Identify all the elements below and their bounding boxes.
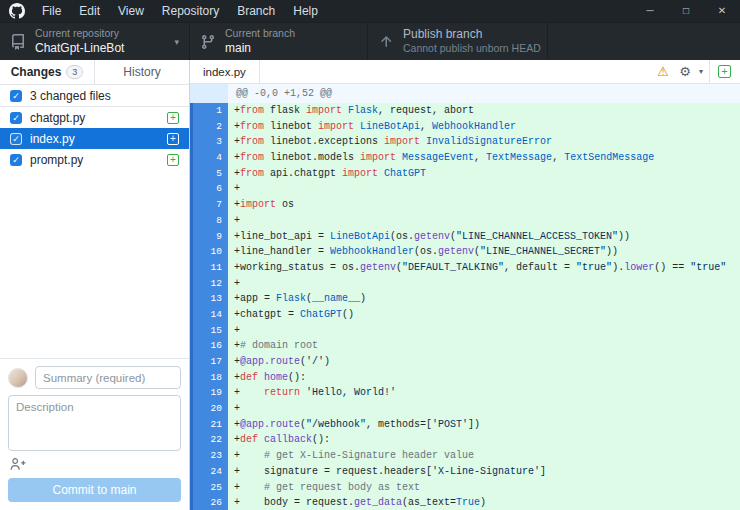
diff-line: 8+ <box>190 213 740 229</box>
diff-lines: 1+from flask import Flask, request, abor… <box>190 103 740 510</box>
app-window: FileEditViewRepositoryBranchHelp ─□✕ Cur… <box>0 0 740 510</box>
hunk-header: @@ -0,0 +1,52 @@ <box>190 84 740 103</box>
commit-summary-input[interactable] <box>35 366 181 389</box>
diff-line: 24+ signature = request.headers['X-Line-… <box>190 464 740 480</box>
menu-view[interactable]: View <box>109 0 153 22</box>
tab-changes-label: Changes <box>11 65 62 79</box>
minimize-button[interactable]: ─ <box>632 0 668 22</box>
branch-icon <box>200 34 216 50</box>
sidebar-tabs: Changes 3 History <box>0 60 189 85</box>
menu-edit[interactable]: Edit <box>70 0 109 22</box>
line-number-gutter[interactable]: 21 <box>190 417 228 433</box>
diff-line-code: +def home(): <box>228 370 740 386</box>
file-row-index.py[interactable]: ✓index.py+ <box>0 128 189 149</box>
line-number-gutter[interactable]: 11 <box>190 260 228 276</box>
diff-line: 10+line_handler = WebhookHandler(os.gete… <box>190 244 740 260</box>
diff-line: 23+ # get X-Line-Signature header value <box>190 448 740 464</box>
file-checkbox[interactable]: ✓ <box>10 112 22 124</box>
diff-line: 16+# domain root <box>190 338 740 354</box>
file-checkbox[interactable]: ✓ <box>10 154 22 166</box>
diff-line: 15+ <box>190 323 740 339</box>
diff-line: 11+working_status = os.getenv("DEFAULT_T… <box>190 260 740 276</box>
file-checkbox[interactable]: ✓ <box>10 133 22 145</box>
sidebar: Changes 3 History ✓ 3 changed files ✓cha… <box>0 60 190 510</box>
diff-line: 20+ <box>190 401 740 417</box>
line-number-gutter[interactable]: 2 <box>190 119 228 135</box>
changed-files-summary: 3 changed files <box>30 89 111 103</box>
line-number-gutter[interactable]: 12 <box>190 276 228 292</box>
menu-help[interactable]: Help <box>284 0 327 22</box>
line-number-gutter[interactable]: 25 <box>190 480 228 496</box>
add-coauthor-icon[interactable] <box>10 457 26 471</box>
repo-label: Current repository <box>35 27 124 41</box>
current-repository-button[interactable]: Current repository ChatGpt-LineBot ▾ <box>0 23 190 60</box>
commit-to-main-button[interactable]: Commit to main <box>8 478 181 502</box>
publish-label: Publish branch <box>403 27 537 43</box>
line-number-gutter[interactable]: 23 <box>190 448 228 464</box>
diff-line-code: + return 'Hello, World!' <box>228 385 740 401</box>
file-tab-bar: index.py ⚠ ⚙ ▾ + <box>190 60 740 84</box>
line-number-gutter[interactable]: 9 <box>190 229 228 245</box>
diff-line-code: +@app.route("/webhook", methods=['POST']… <box>228 417 740 433</box>
diff-line-code: + signature = request.headers['X-Line-Si… <box>228 464 740 480</box>
diff-line-code: + <box>228 213 740 229</box>
line-number-gutter[interactable]: 3 <box>190 134 228 150</box>
title-bar: FileEditViewRepositoryBranchHelp ─□✕ <box>0 0 740 23</box>
window-controls: ─□✕ <box>632 0 740 22</box>
chevron-down-icon: ▾ <box>168 37 179 47</box>
line-number-gutter[interactable]: 19 <box>190 385 228 401</box>
diff-line-code: + <box>228 181 740 197</box>
diff-line-code: + # get request body as text <box>228 480 740 496</box>
diff-line: 18+def home(): <box>190 370 740 386</box>
diff-view: @@ -0,0 +1,52 @@ 1+from flask import Fla… <box>190 84 740 510</box>
changes-count-badge: 3 <box>66 65 83 79</box>
diff-line: 6+ <box>190 181 740 197</box>
current-branch-button[interactable]: Current branch main <box>190 23 368 60</box>
maximize-button[interactable]: □ <box>668 0 704 22</box>
line-number-gutter[interactable]: 13 <box>190 291 228 307</box>
line-number-gutter[interactable]: 24 <box>190 464 228 480</box>
line-number-gutter[interactable]: 17 <box>190 354 228 370</box>
diff-line-code: + <box>228 323 740 339</box>
file-added-icon: + <box>167 112 179 124</box>
github-logo-icon <box>9 3 25 19</box>
publish-arrow-icon <box>378 34 394 50</box>
file-row-chatgpt.py[interactable]: ✓chatgpt.py+ <box>0 107 189 128</box>
file-added-icon: + <box>167 133 179 145</box>
tab-history-label: History <box>123 65 160 79</box>
line-number-gutter[interactable]: 10 <box>190 244 228 260</box>
line-number-gutter[interactable]: 16 <box>190 338 228 354</box>
tab-history[interactable]: History <box>95 60 189 84</box>
line-number-gutter[interactable]: 8 <box>190 213 228 229</box>
menu-file[interactable]: File <box>33 0 70 22</box>
line-number-gutter[interactable]: 15 <box>190 323 228 339</box>
line-number-gutter[interactable]: 4 <box>190 150 228 166</box>
line-number-gutter[interactable]: 14 <box>190 307 228 323</box>
diff-line-code: +from api.chatgpt import ChatGPT <box>228 166 740 182</box>
line-number-gutter[interactable]: 18 <box>190 370 228 386</box>
gear-chevron-icon[interactable]: ▾ <box>696 67 706 76</box>
publish-branch-button[interactable]: Publish branch Cannot publish unborn HEA… <box>368 23 548 60</box>
line-number-gutter[interactable]: 5 <box>190 166 228 182</box>
line-number-gutter[interactable]: 22 <box>190 432 228 448</box>
diff-line: 1+from flask import Flask, request, abor… <box>190 103 740 119</box>
line-number-gutter[interactable]: 6 <box>190 181 228 197</box>
diff-line: 5+from api.chatgpt import ChatGPT <box>190 166 740 182</box>
menu-branch[interactable]: Branch <box>228 0 284 22</box>
diff-line: 4+from linebot.models import MessageEven… <box>190 150 740 166</box>
close-button[interactable]: ✕ <box>704 0 740 22</box>
select-all-checkbox[interactable]: ✓ <box>10 90 22 102</box>
file-row-prompt.py[interactable]: ✓prompt.py+ <box>0 149 189 170</box>
diff-line: 3+from linebot.exceptions import Invalid… <box>190 134 740 150</box>
line-number-gutter[interactable]: 20 <box>190 401 228 417</box>
tab-changes[interactable]: Changes 3 <box>0 60 95 84</box>
menu-repository[interactable]: Repository <box>153 0 228 22</box>
file-added-icon: + <box>167 154 179 166</box>
line-number-gutter[interactable]: 1 <box>190 103 228 119</box>
gear-icon[interactable]: ⚙ <box>674 60 696 84</box>
line-number-gutter[interactable]: 26 <box>190 495 228 510</box>
diff-line: 17+@app.route('/') <box>190 354 740 370</box>
diff-line-code: +line_handler = WebhookHandler(os.getenv… <box>228 244 740 260</box>
commit-description-input[interactable] <box>8 395 181 451</box>
line-number-gutter[interactable]: 7 <box>190 197 228 213</box>
